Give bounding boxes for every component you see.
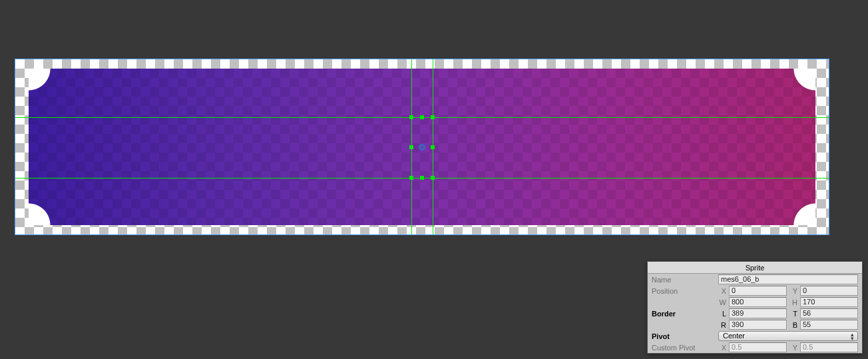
- sprite-corner-cut: [793, 202, 815, 225]
- name-label: Name: [652, 276, 716, 284]
- size-h-label: H: [789, 298, 797, 306]
- custom-x-field: 0.5: [729, 342, 787, 352]
- custom-pivot-label: Custom Pivot: [652, 344, 716, 352]
- border-t-field[interactable]: 56: [800, 308, 858, 318]
- border-b-label: B: [789, 321, 797, 329]
- border-r-field[interactable]: 390: [729, 320, 787, 330]
- chevron-updown-icon: ▴▾: [851, 332, 854, 340]
- pos-x-field[interactable]: 0: [729, 286, 787, 296]
- border-l-field[interactable]: 389: [729, 308, 787, 318]
- row-size: W 800 H 170: [648, 296, 862, 308]
- border-l-label: L: [718, 310, 726, 318]
- row-name: Name mes6_06_b: [648, 274, 862, 285]
- border-b-field[interactable]: 55: [800, 320, 858, 330]
- size-w-label: W: [718, 298, 726, 306]
- row-custom-pivot: Custom Pivot X 0.5 Y 0.5: [648, 342, 862, 353]
- slice-handle[interactable]: [420, 176, 424, 180]
- row-pivot: Pivot Center ▴▾: [648, 330, 862, 342]
- slice-handle[interactable]: [420, 115, 424, 119]
- custom-x-label: X: [718, 344, 726, 352]
- slice-handle[interactable]: [431, 145, 435, 149]
- panel-title: Sprite: [648, 262, 862, 274]
- pos-y-label: Y: [789, 287, 797, 295]
- pos-x-label: X: [718, 287, 726, 295]
- row-border-lt: Border L 389 T 56: [648, 308, 862, 319]
- size-h-field[interactable]: 170: [800, 297, 858, 307]
- slice-handle[interactable]: [431, 115, 435, 119]
- border-r-label: R: [718, 321, 726, 329]
- size-w-field[interactable]: 800: [729, 297, 787, 307]
- pivot-select[interactable]: Center ▴▾: [718, 331, 858, 341]
- pos-y-field[interactable]: 0: [800, 286, 858, 296]
- pivot-select-value: Center: [723, 332, 745, 340]
- sprite-corner-cut: [29, 69, 51, 91]
- sprite-corner-cut: [793, 69, 815, 91]
- slice-handle[interactable]: [409, 115, 413, 119]
- position-label: Position: [652, 287, 716, 295]
- border-label: Border: [652, 310, 716, 318]
- sprite-corner-cut: [29, 202, 51, 225]
- row-position: Position X 0 Y 0: [648, 285, 862, 296]
- pivot-label: Pivot: [652, 332, 716, 340]
- slice-handle[interactable]: [431, 176, 435, 180]
- slice-handle[interactable]: [409, 176, 413, 180]
- sprite-inspector-panel: Sprite Name mes6_06_b Position X 0 Y 0 W…: [647, 261, 863, 354]
- custom-y-label: Y: [789, 344, 797, 352]
- custom-y-field: 0.5: [800, 342, 858, 352]
- slice-handle[interactable]: [409, 145, 413, 149]
- border-t-label: T: [789, 310, 797, 318]
- sprite-editor-canvas[interactable]: [15, 59, 829, 235]
- row-border-rb: R 390 B 55: [648, 319, 862, 330]
- pivot-handle[interactable]: [419, 144, 425, 151]
- name-field[interactable]: mes6_06_b: [718, 274, 858, 284]
